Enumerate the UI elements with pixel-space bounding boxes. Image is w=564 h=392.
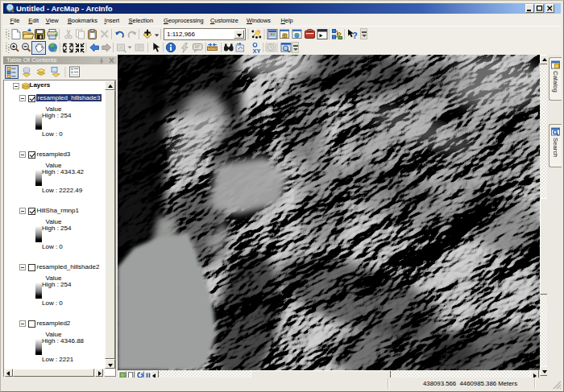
svg-text:?: ? — [352, 31, 358, 40]
svg-text:XY: XY — [253, 47, 261, 55]
